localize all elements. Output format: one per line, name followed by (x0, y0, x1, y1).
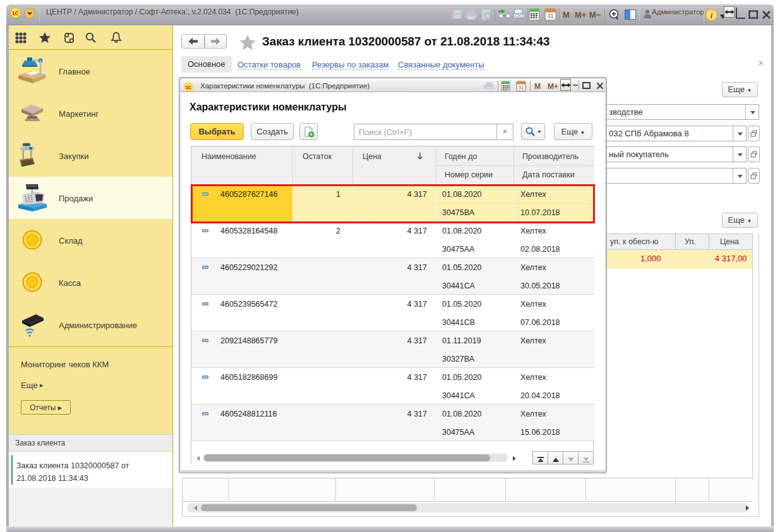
svg-text:M+: M+ (575, 10, 587, 20)
svg-text:1С: 1С (12, 10, 19, 16)
svg-text:31: 31 (547, 13, 553, 19)
svg-text:M: M (534, 82, 541, 91)
svg-text:31: 31 (519, 85, 524, 90)
svg-text:M: M (563, 10, 570, 20)
svg-text:M+: M+ (548, 82, 558, 91)
svg-text:M−: M− (589, 10, 601, 20)
svg-text:1С: 1С (186, 85, 192, 90)
svg-text:i: i (711, 11, 713, 20)
